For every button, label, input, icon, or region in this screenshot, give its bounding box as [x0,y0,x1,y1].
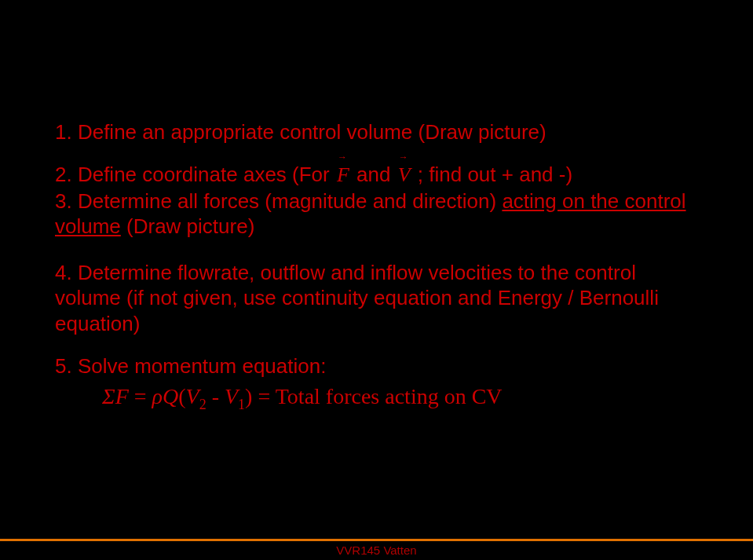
text: and [351,163,397,186]
text: (Draw picture) [121,214,254,238]
eq-text: ( [178,384,185,408]
footer: VVR145 Vatten [0,539,753,560]
eq-text: - [207,384,225,408]
text: 3. Determine all forces (magnitude and d… [55,189,502,213]
vector-F: →F [335,163,351,188]
eq-sub: 2 [199,396,207,412]
list-item: 5. Solve momentum equation: [55,353,691,379]
list-item: 1. Define an appropriate control volume … [55,119,691,145]
eq-Q: Q [163,384,178,408]
vector-arrow-icon: → [338,152,347,163]
eq-rho: ρ [152,384,163,408]
list-item: 3. Determine all forces (magnitude and d… [55,188,691,240]
list-item: 2. Define coordinate axes (For →F and →V… [55,162,691,188]
slide-title: Methodology Using The Momentum Equation … [31,17,722,82]
content-box: 1. Define an appropriate control volume … [31,104,715,495]
footer-text: VVR145 Vatten [0,541,753,560]
vector-letter: F [337,163,349,186]
slide: Methodology Using The Momentum Equation … [0,0,753,560]
eq-sigmaF: ΣF [102,384,129,408]
vector-letter: V [398,163,411,186]
eq-text: = [129,384,152,408]
eq-V: V [186,384,199,408]
vector-V: →V [397,163,412,188]
text: ; find out + and -) [412,163,573,186]
eq-sub: 1 [238,396,245,412]
text: 2. Define coordinate axes (For [55,163,335,186]
momentum-equation: ΣF = ρQ(V2 - V1) = Total forces acting o… [55,384,691,413]
eq-text: = Total forces acting on CV [252,384,502,408]
list-item: 4. Determine flowrate, outflow and inflo… [55,260,691,337]
eq-V: V [225,384,238,408]
vector-arrow-icon: → [399,152,408,163]
